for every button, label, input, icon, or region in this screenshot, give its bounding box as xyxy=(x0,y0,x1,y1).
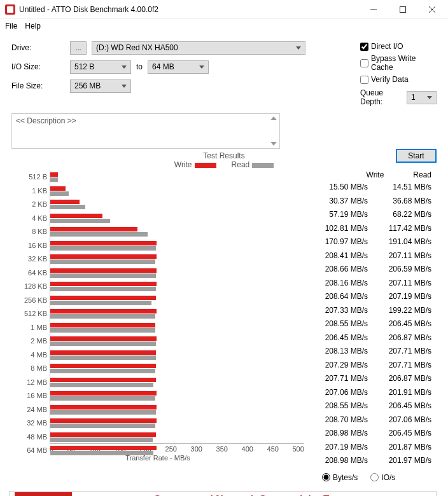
direct-io-checkbox[interactable]: Direct I/O xyxy=(360,38,437,55)
bar-pair xyxy=(50,417,304,431)
chevron-down-icon xyxy=(427,96,432,99)
bar-pair xyxy=(50,225,304,239)
table-row: 207.19 MB/s201.87 MB/s xyxy=(309,441,437,455)
table-row: 207.33 MB/s199.22 MB/s xyxy=(309,304,437,318)
bar-pair xyxy=(50,334,304,348)
y-tick: 512 B xyxy=(11,170,47,184)
menubar: File Help xyxy=(0,19,448,33)
y-tick: 16 KB xyxy=(11,239,47,253)
read-bar xyxy=(50,341,156,346)
filesize-label: File Size: xyxy=(11,81,70,90)
menu-file[interactable]: File xyxy=(5,22,17,31)
svg-rect-1 xyxy=(400,6,406,12)
read-bar xyxy=(50,410,156,415)
y-tick: 48 MB xyxy=(11,431,47,444)
bar-pair xyxy=(50,212,304,226)
write-bar xyxy=(50,364,156,368)
maximize-button[interactable] xyxy=(388,0,417,19)
scroll-up-icon[interactable] xyxy=(270,116,277,120)
bar-pair xyxy=(50,280,304,294)
table-row: 208.64 MB/s207.19 MB/s xyxy=(309,290,437,304)
iosize-to-value: 64 MB xyxy=(152,62,174,71)
read-bar xyxy=(50,246,156,251)
table-row: 30.37 MB/s36.68 MB/s xyxy=(309,195,437,209)
read-bar xyxy=(50,314,155,319)
write-bar xyxy=(50,214,102,218)
y-tick: 12 MB xyxy=(11,376,47,390)
drive-value: (D:) WD Red NX HA500 xyxy=(96,43,178,52)
read-swatch xyxy=(252,163,274,168)
write-bar xyxy=(50,186,66,191)
table-row: 208.41 MB/s207.11 MB/s xyxy=(309,249,437,263)
write-swatch xyxy=(195,163,216,168)
menu-help[interactable]: Help xyxy=(25,22,41,31)
write-bar xyxy=(50,418,157,423)
bytes-radio[interactable]: Bytes/s xyxy=(322,473,358,482)
y-tick: 2 KB xyxy=(11,198,47,212)
read-bar xyxy=(50,369,155,373)
bar-pair xyxy=(50,239,304,253)
filesize-value: 256 MB xyxy=(74,81,101,90)
y-tick: 4 KB xyxy=(11,212,47,226)
write-bar xyxy=(50,227,137,231)
read-bar xyxy=(50,355,156,360)
window-title: Untitled - ATTO Disk Benchmark 4.00.0f2 xyxy=(19,5,359,14)
browse-button[interactable]: ... xyxy=(70,41,87,55)
bar-pair xyxy=(50,184,304,198)
write-bar xyxy=(50,296,156,300)
atto-banner[interactable]: ATTO Storage and Network Connectivity Ex… xyxy=(9,491,437,497)
read-bar xyxy=(50,205,85,209)
write-bar xyxy=(50,200,80,204)
chevron-down-icon xyxy=(296,46,301,50)
write-bar xyxy=(50,405,157,410)
drive-combo[interactable]: (D:) WD Red NX HA500 xyxy=(92,41,305,55)
table-row: 102.81 MB/s117.42 MB/s xyxy=(309,222,437,236)
write-bar xyxy=(50,254,157,259)
drive-label: Drive: xyxy=(11,43,70,52)
verify-checkbox[interactable]: Verify Data xyxy=(360,71,437,88)
write-bar xyxy=(50,309,157,313)
write-bar xyxy=(50,446,157,450)
y-tick: 8 KB xyxy=(11,225,47,239)
bar-pair xyxy=(50,198,304,212)
write-bar xyxy=(50,336,157,341)
description-box[interactable]: << Description >> xyxy=(11,113,280,149)
minimize-button[interactable] xyxy=(359,0,388,19)
atto-logo: ATTO xyxy=(15,492,72,497)
iosize-from-combo[interactable]: 512 B xyxy=(70,60,131,74)
scroll-down-icon[interactable] xyxy=(270,142,277,146)
close-button[interactable] xyxy=(417,0,447,19)
y-tick: 16 MB xyxy=(11,389,47,403)
read-bar xyxy=(50,287,156,291)
y-tick: 1 KB xyxy=(11,184,47,198)
write-bar xyxy=(50,378,156,382)
write-bar xyxy=(50,172,58,177)
chevron-down-icon xyxy=(199,65,204,69)
bar-pair xyxy=(50,431,304,444)
chart-plot xyxy=(50,170,304,444)
ios-radio[interactable]: IO/s xyxy=(370,473,395,482)
chevron-down-icon xyxy=(122,65,127,69)
read-bar xyxy=(50,383,153,387)
start-button[interactable]: Start xyxy=(396,149,437,163)
table-row: 57.19 MB/s68.22 MB/s xyxy=(309,208,437,222)
filesize-combo[interactable]: 256 MB xyxy=(70,79,131,93)
description-placeholder: << Description >> xyxy=(16,116,76,125)
bar-pair xyxy=(50,307,304,321)
results-title: Test Results xyxy=(11,151,437,160)
table-row: 208.70 MB/s207.06 MB/s xyxy=(309,413,437,427)
y-axis-labels: 512 B1 KB2 KB4 KB8 KB16 KB32 KB64 KB128 … xyxy=(11,170,47,458)
read-bar xyxy=(50,424,155,428)
y-tick: 24 MB xyxy=(11,403,47,417)
write-bar xyxy=(50,282,157,286)
bypass-checkbox[interactable]: Bypass Write Cache xyxy=(360,55,437,71)
y-tick: 512 KB xyxy=(11,307,47,321)
y-tick: 1 MB xyxy=(11,321,47,335)
table-row: 206.45 MB/s206.87 MB/s xyxy=(309,331,437,345)
table-row: 208.55 MB/s206.45 MB/s xyxy=(309,317,437,331)
queue-depth-combo[interactable]: 1 xyxy=(407,91,437,104)
app-icon xyxy=(5,4,15,15)
description-scroll[interactable] xyxy=(268,114,279,148)
iosize-to-combo[interactable]: 64 MB xyxy=(148,60,209,74)
table-row: 207.29 MB/s207.71 MB/s xyxy=(309,359,437,373)
